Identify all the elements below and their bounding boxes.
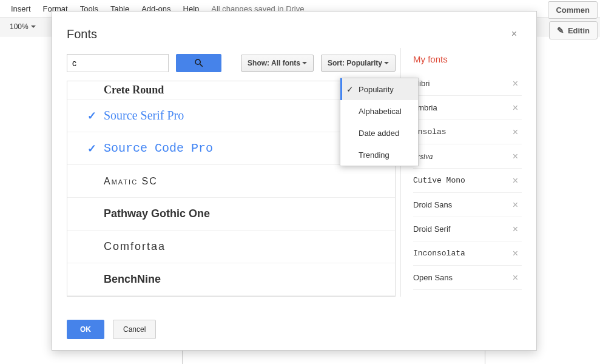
remove-icon[interactable]: × <box>509 151 522 162</box>
myfont-name: Droid Sans <box>413 200 452 209</box>
search-icon <box>194 58 204 69</box>
myfont-item[interactable]: Droid Serif× <box>413 217 522 241</box>
dialog-footer: OK Cancel <box>67 320 156 339</box>
font-name: Source Serif Pro <box>104 109 184 123</box>
sort-option-label: Date added <box>359 129 399 138</box>
dialog-body: Show: All fonts Sort: Popularity Crete R… <box>52 48 536 297</box>
font-item[interactable]: BenchNine <box>67 263 395 296</box>
sort-option-alphabetical[interactable]: Alphabetical <box>340 100 418 122</box>
sort-filter-label: Sort: Popularity <box>328 59 382 67</box>
search-input[interactable] <box>67 54 169 72</box>
myfont-name: Droid Serif <box>413 224 450 234</box>
font-name: Source Code Pro <box>104 141 213 155</box>
dialog-header: Fonts × <box>52 12 536 48</box>
check-col: ✓ <box>79 142 104 155</box>
myfont-item[interactable]: Open Sans× <box>413 266 522 290</box>
sort-dropdown-menu: ✓ Popularity Alphabetical Date added Tre… <box>340 78 419 166</box>
font-item[interactable]: Amatic SC <box>67 165 395 198</box>
controls-row: Show: All fonts Sort: Popularity <box>67 54 396 72</box>
search-button[interactable] <box>176 54 221 72</box>
font-name: Pathway Gothic One <box>104 207 210 220</box>
sort-option-popularity[interactable]: ✓ Popularity <box>340 78 418 100</box>
remove-icon[interactable]: × <box>509 272 522 283</box>
remove-icon[interactable]: × <box>509 175 522 186</box>
myfont-item[interactable]: orsiva× <box>413 144 522 169</box>
remove-icon[interactable]: × <box>509 248 522 259</box>
sort-option-trending[interactable]: Trending <box>340 144 418 166</box>
ok-button[interactable]: OK <box>67 320 104 339</box>
myfont-name: Open Sans <box>413 273 453 282</box>
font-name: BenchNine <box>104 273 161 286</box>
dialog-backdrop: Fonts × Show: All fonts Sort: Popularity <box>0 0 600 364</box>
caret-down-icon <box>384 62 389 64</box>
font-item[interactable]: Pathway Gothic One <box>67 198 395 231</box>
check-icon: ✓ <box>346 84 359 94</box>
remove-icon[interactable]: × <box>509 224 522 235</box>
sort-filter-button[interactable]: Sort: Popularity <box>321 55 396 72</box>
myfont-item[interactable]: ambria× <box>413 96 522 120</box>
remove-icon[interactable]: × <box>509 103 522 113</box>
sort-option-label: Trending <box>359 150 389 160</box>
sort-option-label: Alphabetical <box>359 107 402 116</box>
sort-option-dateadded[interactable]: Date added <box>340 122 418 144</box>
myfont-item[interactable]: Inconsolata× <box>413 241 522 266</box>
font-name: Crete Round <box>104 84 164 96</box>
fonts-dialog: Fonts × Show: All fonts Sort: Popularity <box>52 11 537 351</box>
close-icon[interactable]: × <box>507 26 522 42</box>
check-icon: ✓ <box>87 109 96 123</box>
show-filter-label: Show: All fonts <box>248 59 300 67</box>
caret-down-icon <box>302 62 307 64</box>
cancel-button[interactable]: Cancel <box>113 320 156 339</box>
show-filter-button[interactable]: Show: All fonts <box>241 55 314 72</box>
remove-icon[interactable]: × <box>509 78 522 89</box>
myfont-item[interactable]: onsolas× <box>413 120 522 144</box>
remove-icon[interactable]: × <box>509 200 522 211</box>
myfont-name: Inconsolata <box>413 249 465 258</box>
check-icon: ✓ <box>87 142 96 155</box>
dialog-title: Fonts <box>67 27 97 41</box>
myfonts-title: My fonts <box>413 54 522 64</box>
font-item[interactable]: Comfortaa <box>67 231 395 263</box>
font-name: Comfortaa <box>104 240 166 253</box>
font-name: Amatic SC <box>104 176 158 187</box>
check-col: ✓ <box>79 109 104 123</box>
myfont-item[interactable]: Cutive Mono× <box>413 169 522 193</box>
sort-option-label: Popularity <box>359 85 394 94</box>
myfont-item[interactable]: alibri× <box>413 72 522 96</box>
remove-icon[interactable]: × <box>509 127 522 138</box>
myfont-item[interactable]: Droid Sans× <box>413 193 522 217</box>
right-column: My fonts alibri× ambria× onsolas× orsiva… <box>400 48 522 297</box>
myfont-name: Cutive Mono <box>413 176 465 185</box>
